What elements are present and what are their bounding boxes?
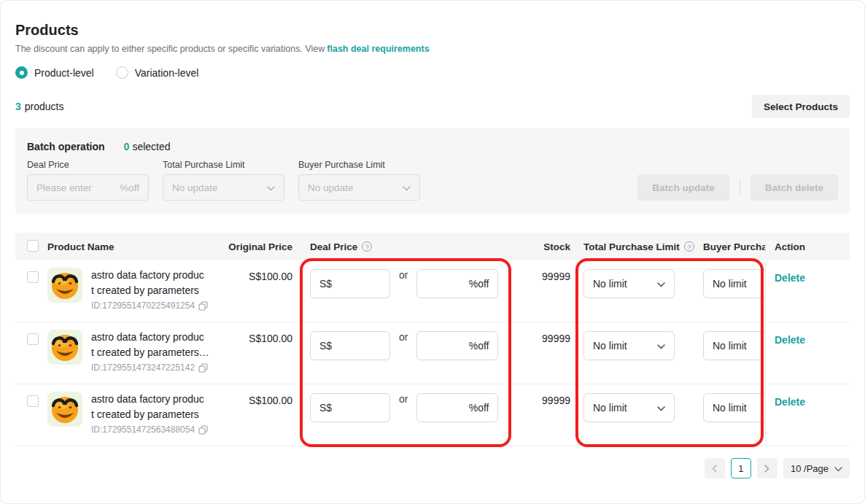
batch-selected-number: 0 [124,141,130,152]
product-name: astro data factory product created by pa… [91,268,220,298]
percent-off-input[interactable]: %off [416,269,498,298]
current-page[interactable]: 1 [731,458,751,478]
products-count-label: products [25,101,64,112]
batch-deal-price-suffix: %off [120,182,139,193]
level-radio-group: Product-level Variation-level [15,66,850,79]
stock-value: 99999 [516,384,570,446]
batch-deal-price-input[interactable]: %off [27,174,149,201]
buyer-purchase-limit-text-input[interactable] [713,340,765,352]
buyer-purchase-limit-text-input[interactable] [713,278,765,290]
help-icon[interactable]: ? [362,241,372,252]
original-price: S$100.00 [220,260,292,322]
page-size-select[interactable]: 10 /Page [783,458,850,478]
header-action: Action [765,241,851,252]
deal-price-text-input[interactable] [332,340,381,352]
buyer-purchase-limit-input[interactable] [703,393,765,422]
chevron-down-icon [834,463,842,474]
chevron-down-icon [403,182,411,193]
batch-total-limit-select[interactable]: No update [163,174,284,201]
page-subtitle: The discount can apply to either specifi… [15,43,850,55]
product-id: ID:1729551473247225142 [91,363,195,373]
flash-deal-requirements-link[interactable]: flash deal requirements [327,44,429,54]
radio-product-level-label: Product-level [34,67,94,79]
radio-selected-icon[interactable] [15,66,28,79]
original-price: S$100.00 [220,322,292,384]
header-deal-price: Deal Price [310,241,357,252]
batch-operation-panel: Batch operation 0selected Deal Price %of… [15,128,850,214]
radio-variation-level-label: Variation-level [135,67,199,79]
batch-deal-price-text-input[interactable] [36,182,120,193]
buyer-purchase-limit-input[interactable] [703,331,765,360]
batch-buyer-limit-select[interactable]: No update [298,174,420,201]
batch-operation-title: Batch operation [27,141,105,152]
products-panel: Products The discount can apply to eithe… [0,0,865,504]
product-image [47,268,82,303]
radio-unselected-icon[interactable] [116,66,128,79]
total-purchase-limit-select[interactable]: No limit [583,393,675,422]
product-name: astro data factory product created by pa… [91,392,220,422]
header-original-price: Original Price [220,241,292,252]
total-purchase-limit-value: No limit [593,340,627,352]
row-checkbox[interactable] [27,395,39,407]
product-id: ID:1729551470225491254 [91,301,195,311]
row-checkbox[interactable] [27,271,39,283]
stock-value: 99999 [516,260,570,322]
deal-price-text-input[interactable] [332,402,381,414]
percent-off-input[interactable]: %off [416,393,498,422]
select-products-button[interactable]: Select Products [752,95,850,118]
batch-total-limit-value: No update [172,182,217,193]
total-purchase-limit-select[interactable]: No limit [583,331,675,360]
deal-price-input[interactable]: S$ [310,393,390,422]
delete-link[interactable]: Delete [775,272,805,284]
prev-page-button[interactable] [705,458,725,478]
batch-deal-price-field: Deal Price %off [27,160,149,201]
percent-off-text-input[interactable] [426,402,468,414]
percent-suffix: %off [469,402,489,414]
original-price: S$100.00 [220,384,292,446]
deal-price-text-input[interactable] [332,278,381,290]
copy-icon[interactable] [198,301,208,311]
table-row: astro data factory product created by pa… [15,322,850,384]
buyer-purchase-limit-text-input[interactable] [713,402,765,414]
row-checkbox[interactable] [27,333,39,345]
batch-delete-button[interactable]: Batch delete [750,174,838,201]
percent-off-input[interactable]: %off [416,331,498,360]
subtitle-text: The discount can apply to either specifi… [15,44,325,54]
radio-variation-level[interactable]: Variation-level [116,66,199,79]
batch-update-button[interactable]: Batch update [637,174,729,201]
batch-total-limit-label: Total Purchase Limit [163,160,284,170]
batch-selected-label: selected [132,141,170,152]
header-product-name: Product Name [47,241,220,252]
or-label: or [399,269,408,281]
deal-price-input[interactable]: S$ [310,269,390,298]
or-label: or [399,331,408,343]
currency-prefix: S$ [319,340,332,352]
copy-icon[interactable] [198,425,208,435]
summary-row: 3products Select Products [15,95,850,118]
percent-suffix: %off [469,278,489,290]
products-count: 3products [15,101,64,112]
next-page-button[interactable] [757,458,777,478]
percent-off-text-input[interactable] [426,340,468,352]
table-row: astro data factory product created by pa… [15,384,850,446]
page-title: Products [15,21,850,39]
batch-buyer-limit-value: No update [308,182,353,193]
batch-total-limit-field: Total Purchase Limit No update [163,160,284,201]
stock-value: 99999 [516,322,570,384]
total-purchase-limit-select[interactable]: No limit [583,269,675,298]
currency-prefix: S$ [319,278,332,290]
copy-icon[interactable] [198,363,208,373]
buyer-purchase-limit-input[interactable] [703,269,765,298]
divider [740,180,740,195]
table-header-row: Product Name Original Price Deal Price? … [15,233,850,260]
batch-deal-price-label: Deal Price [27,160,149,170]
percent-off-text-input[interactable] [426,278,468,290]
delete-link[interactable]: Delete [775,334,805,346]
deal-price-input[interactable]: S$ [310,331,390,360]
delete-link[interactable]: Delete [775,396,805,408]
select-all-checkbox[interactable] [27,240,39,252]
header-buyer-purchase-limit: Buyer Purchase [691,241,765,252]
table-row: astro data factory product created by pa… [15,260,850,322]
products-table: Product Name Original Price Deal Price? … [15,233,850,446]
radio-product-level[interactable]: Product-level [15,66,94,79]
